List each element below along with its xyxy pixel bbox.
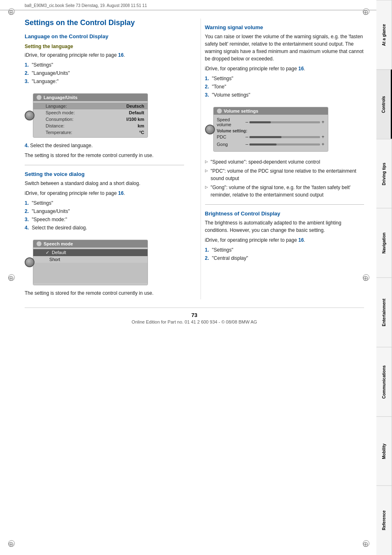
- sidebar-tab-driving-tips[interactable]: Driving tips: [376, 139, 392, 208]
- language-intro: iDrive, for operating principle refer to…: [25, 51, 184, 59]
- divider-1: [25, 165, 184, 165]
- speed-vol-track: [249, 121, 320, 123]
- warning-step-1: 1. "Settings": [205, 75, 364, 83]
- language-screen: Language/Units Language: Deutsch Speech …: [33, 93, 148, 138]
- pdc-label: PDC: [217, 134, 246, 139]
- pdc-fill: [249, 136, 281, 138]
- sidebar-tab-mobility[interactable]: Mobility: [376, 416, 392, 486]
- volume-screen-titlebar: Volume settings: [214, 107, 328, 115]
- warning-bullets: "Speed volume": speed-dependent volume c…: [205, 158, 364, 199]
- main-content: ba8_E90M3_cic.book Seite 73 Dienstag, 19…: [0, 0, 376, 555]
- speech-screen: Speech mode ✓ Default Short: [33, 240, 148, 285]
- language-step-1: 1. "Settings": [25, 61, 184, 69]
- sidebar-tab-reference[interactable]: Reference: [376, 486, 392, 555]
- brightness-page-link[interactable]: 16: [298, 237, 304, 243]
- page-container: ba8_E90M3_cic.book Seite 73 Dienstag, 19…: [0, 0, 392, 555]
- volume-setting-label: Volume setting:: [217, 129, 325, 133]
- gong-minus: –: [246, 141, 249, 147]
- topbar-text: ba8_E90M3_cic.book Seite 73 Dienstag, 19…: [25, 3, 147, 8]
- screen-icon: [37, 95, 42, 100]
- footer-text: Online Edition for Part no. 01 41 2 600 …: [25, 319, 364, 324]
- language-screen-titlebar: Language/Units: [33, 94, 148, 101]
- subsection-voice-title: Setting the voice dialog: [25, 171, 184, 177]
- language-screen-container: Language/Units Language: Deutsch Speech …: [25, 89, 184, 142]
- volume-screen-title: Volume settings: [224, 109, 258, 113]
- warning-steps: 1. "Settings" 2. "Tone" 3. "Volume setti…: [205, 75, 364, 99]
- warning-page-link[interactable]: 16: [298, 66, 304, 72]
- speed-vol-minus: –: [246, 119, 249, 125]
- bullet-pdc: "PDC": volume of the PDC signal tone rel…: [205, 167, 364, 182]
- voice-step-1: 1. "Settings": [25, 199, 184, 208]
- idrive-knob-speech: [25, 257, 35, 267]
- setting-language-title: Setting the language: [25, 44, 184, 49]
- brightness-step-1: 1. "Settings": [205, 246, 364, 254]
- speech-screen-body: ✓ Default Short: [33, 247, 148, 285]
- pdc-plus: +: [321, 134, 324, 140]
- gong-volume-row: Gong – +: [217, 141, 325, 147]
- language-step-3: 3. "Language:": [25, 78, 184, 86]
- brightness-body1: The brightness is automatically adapted …: [205, 219, 364, 234]
- subsection-language-title: Language on the Control Display: [25, 33, 184, 39]
- volume-screen-icon: [217, 109, 222, 113]
- gong-bar-container: – +: [246, 141, 325, 147]
- brightness-idrive-ref: iDrive, for operating principle refer to…: [205, 236, 364, 244]
- volume-screen-body: Speed volume – + Volume se: [214, 115, 328, 151]
- sidebar-tab-controls[interactable]: Controls: [376, 69, 392, 139]
- bullet-gong: "Gong": volume of the signal tone, e.g. …: [205, 184, 364, 199]
- left-column: Settings on the Control Display Language…: [25, 18, 188, 299]
- language-page-link[interactable]: 16: [118, 52, 123, 58]
- brightness-title: Brightness of Control Display: [205, 210, 364, 217]
- warning-volume-title: Warning signal volume: [205, 24, 364, 30]
- warning-body1: You can raise or lower the volume of the…: [205, 33, 364, 62]
- sidebar-tab-communications[interactable]: Communications: [376, 347, 392, 416]
- voice-intro: Switch between a standard dialog and a s…: [25, 180, 184, 187]
- speed-vol-fill: [249, 121, 271, 123]
- sidebar-tab-navigation[interactable]: Navigation: [376, 208, 392, 278]
- brightness-steps: 1. "Settings" 2. "Central display": [205, 246, 364, 263]
- language-steps: 1. "Settings" 2. "Language/Units" 3. "La…: [25, 61, 184, 86]
- warning-step-3: 3. "Volume settings": [205, 91, 364, 99]
- speed-vol-plus: +: [321, 119, 324, 125]
- voice-steps: 1. "Settings" 2. "Language/Units" 3. "Sp…: [25, 199, 184, 232]
- sidebar: At a glance Controls Driving tips Naviga…: [376, 0, 392, 555]
- content-area: Settings on the Control Display Language…: [0, 10, 376, 308]
- sidebar-tab-entertainment[interactable]: Entertainment: [376, 278, 392, 347]
- language-step-2: 2. "Language/Units": [25, 69, 184, 78]
- pdc-minus: –: [246, 134, 249, 140]
- bullet-speed: "Speed volume": speed-dependent volume c…: [205, 158, 364, 166]
- pdc-bar-container: – +: [246, 134, 325, 140]
- section-title: Settings on the Control Display: [25, 18, 184, 28]
- speed-volume-bar-container: – +: [246, 119, 325, 125]
- speech-row-default: ✓ Default: [33, 249, 148, 256]
- speech-short-label: Short: [49, 257, 60, 262]
- language-step4: 4. Select the desired language.: [25, 142, 184, 149]
- voice-step-2: 2. "Language/Units": [25, 208, 184, 216]
- speech-screen-title: Speech mode: [44, 241, 73, 246]
- screen-row-temperature: Temperature: °C: [33, 129, 148, 136]
- speech-default-label: Default: [52, 250, 66, 255]
- speech-screen-icon: [37, 241, 42, 246]
- page-number: 73: [25, 312, 364, 318]
- pdc-volume-row: PDC – +: [217, 134, 325, 140]
- screen-row-distance: Distance: km: [33, 123, 148, 129]
- idrive-knob-volume: [205, 125, 215, 134]
- page-footer: 73 Online Edition for Part no. 01 41 2 6…: [25, 308, 364, 328]
- screen-row-language: Language: Deutsch: [33, 103, 148, 109]
- speech-screen-padding: [33, 263, 148, 283]
- speech-row-short: Short: [33, 256, 148, 263]
- language-screen-title: Language/Units: [44, 95, 78, 100]
- voice-step-3: 3. "Speech mode:": [25, 216, 184, 224]
- speech-screen-container: Speech mode ✓ Default Short: [25, 236, 184, 289]
- voice-step-4: 4. Select the desired dialog.: [25, 224, 184, 232]
- sidebar-tab-at-a-glance[interactable]: At a glance: [376, 0, 392, 69]
- voice-page-link[interactable]: 16: [118, 190, 123, 196]
- screen-row-speech: Speech mode: Default: [33, 109, 148, 116]
- warning-step-2: 2. "Tone": [205, 83, 364, 91]
- gong-fill: [249, 143, 276, 146]
- brightness-step-2: 2. "Central display": [205, 254, 364, 263]
- top-bar: ba8_E90M3_cic.book Seite 73 Dienstag, 19…: [0, 0, 376, 10]
- language-note: The setting is stored for the remote con…: [25, 152, 184, 159]
- gong-track: [249, 143, 320, 146]
- speech-screen-titlebar: Speech mode: [33, 240, 148, 247]
- volume-screen: Volume settings Speed volume –: [213, 107, 328, 152]
